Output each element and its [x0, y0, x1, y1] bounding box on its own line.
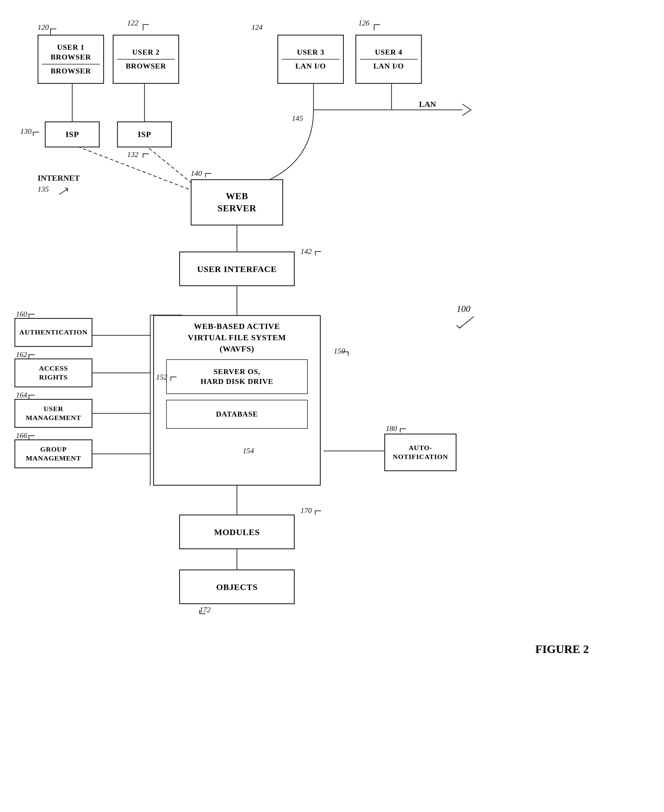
- wavfs-outer-box: WEB-BASED ACTIVEVIRTUAL FILE SYSTEM(WAVF…: [153, 315, 321, 486]
- group-management-box: GROUPMANAGEMENT: [15, 439, 93, 468]
- authentication-label: AUTHENTICATION: [20, 328, 88, 337]
- ref-132: 132: [127, 150, 138, 159]
- user1-box: USER 1 BROWSER BROWSER: [37, 35, 104, 84]
- user4-lan-label: LAN I/O: [373, 60, 404, 71]
- access-rights-box: ACCESSRIGHTS: [15, 359, 93, 387]
- auto-notification-label: AUTO-NOTIFICATION: [393, 444, 448, 461]
- ref-170: 170: [301, 507, 312, 515]
- user-management-label: USERMANAGEMENT: [26, 404, 81, 422]
- isp2-box: ISP: [117, 121, 172, 147]
- svg-line-18: [59, 189, 68, 194]
- user3-box: USER 3 LAN I/O: [277, 35, 344, 84]
- user-interface-label: USER INTERFACE: [197, 263, 277, 275]
- ref-166: 166: [16, 431, 27, 440]
- isp2-label: ISP: [138, 129, 151, 140]
- ref-152: 152: [156, 373, 167, 382]
- web-server-label: WEBSERVER: [218, 190, 257, 214]
- ref-126: 126: [358, 19, 369, 28]
- ref-162: 162: [16, 351, 27, 359]
- isp1-label: ISP: [65, 129, 79, 140]
- ref-142: 142: [301, 247, 312, 256]
- authentication-box: AUTHENTICATION: [15, 318, 93, 347]
- server-os-label: SERVER OS,HARD DISK DRIVE: [200, 367, 273, 386]
- user3-lan-label: LAN I/O: [295, 60, 326, 71]
- user1-label: USER 1 BROWSER: [42, 42, 100, 64]
- modules-box: MODULES: [179, 515, 295, 549]
- diagram: USER 1 BROWSER BROWSER USER 2 BROWSER US…: [0, 0, 664, 812]
- ref-100: 100: [457, 303, 470, 314]
- group-management-label: GROUPMANAGEMENT: [26, 445, 81, 463]
- ref-180: 180: [386, 424, 397, 433]
- ref-130: 130: [20, 127, 31, 136]
- ref-154: 154: [243, 447, 254, 455]
- objects-box: OBJECTS: [179, 569, 295, 604]
- objects-label: OBJECTS: [216, 581, 258, 593]
- user4-box: USER 4 LAN I/O: [355, 35, 422, 84]
- user2-label: USER 2: [117, 47, 175, 60]
- ref-135: 135: [37, 185, 49, 194]
- web-server-box: WEBSERVER: [191, 179, 283, 225]
- user-management-box: USERMANAGEMENT: [15, 399, 93, 428]
- lan-label: LAN: [419, 100, 436, 109]
- figure-label: FIGURE 2: [535, 642, 589, 656]
- ref-145: 145: [292, 114, 303, 123]
- wavfs-label: WEB-BASED ACTIVEVIRTUAL FILE SYSTEM(WAVF…: [188, 321, 286, 355]
- modules-label: MODULES: [214, 527, 260, 538]
- svg-line-2: [72, 145, 208, 197]
- database-box: DATABASE: [166, 400, 308, 429]
- user1-browser-label: BROWSER: [50, 64, 91, 76]
- ref-164: 164: [16, 391, 27, 399]
- internet-label: INTERNET: [37, 173, 80, 183]
- ref-124: 124: [251, 23, 263, 32]
- access-rights-label: ACCESSRIGHTS: [39, 364, 68, 382]
- server-os-box: SERVER OS,HARD DISK DRIVE: [166, 359, 308, 394]
- ref-122: 122: [127, 19, 138, 28]
- ref-120: 120: [37, 23, 49, 32]
- ref-140: 140: [191, 169, 202, 178]
- user-interface-box: USER INTERFACE: [179, 251, 295, 286]
- user2-browser-label: BROWSER: [126, 60, 166, 71]
- auto-notification-box: AUTO-NOTIFICATION: [384, 434, 457, 471]
- user4-label: USER 4: [360, 47, 418, 60]
- isp1-box: ISP: [45, 121, 100, 147]
- ref-160: 160: [16, 310, 27, 318]
- user3-label: USER 3: [282, 47, 340, 60]
- database-label: DATABASE: [216, 409, 258, 419]
- user2-box: USER 2 BROWSER: [113, 35, 179, 84]
